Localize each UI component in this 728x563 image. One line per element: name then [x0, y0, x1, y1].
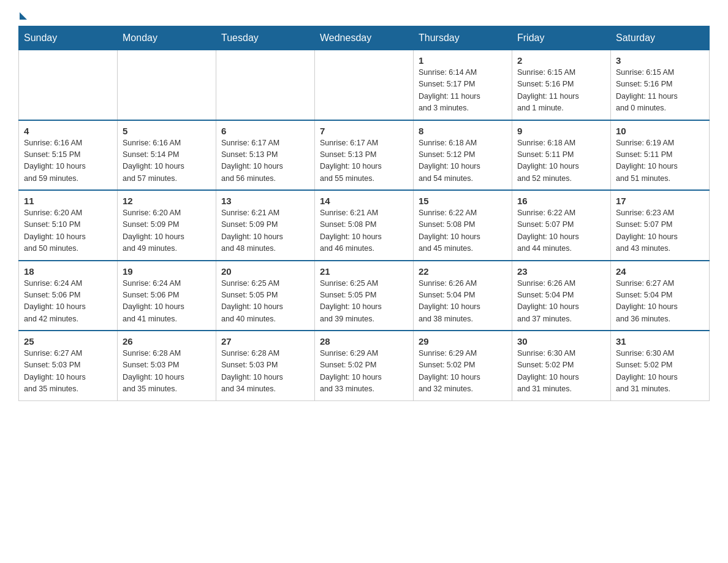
- day-number: 27: [221, 336, 309, 347]
- calendar-week-row: 11Sunrise: 6:20 AM Sunset: 5:10 PM Dayli…: [19, 190, 710, 261]
- cell-info: Sunrise: 6:17 AM Sunset: 5:13 PM Dayligh…: [221, 137, 309, 185]
- calendar-cell: 27Sunrise: 6:28 AM Sunset: 5:03 PM Dayli…: [216, 331, 315, 400]
- day-number: 20: [221, 266, 309, 277]
- calendar-cell: 15Sunrise: 6:22 AM Sunset: 5:08 PM Dayli…: [414, 190, 512, 261]
- col-header-friday: Friday: [512, 26, 611, 50]
- calendar-body: 1Sunrise: 6:14 AM Sunset: 5:17 PM Daylig…: [19, 50, 710, 401]
- day-number: 21: [320, 266, 408, 277]
- calendar-cell: 8Sunrise: 6:18 AM Sunset: 5:12 PM Daylig…: [414, 120, 512, 191]
- cell-info: Sunrise: 6:21 AM Sunset: 5:08 PM Dayligh…: [320, 207, 408, 255]
- calendar-cell: [315, 50, 414, 120]
- calendar-cell: 24Sunrise: 6:27 AM Sunset: 5:04 PM Dayli…: [611, 261, 710, 331]
- calendar-cell: 6Sunrise: 6:17 AM Sunset: 5:13 PM Daylig…: [216, 120, 315, 191]
- cell-info: Sunrise: 6:18 AM Sunset: 5:11 PM Dayligh…: [517, 137, 605, 185]
- cell-info: Sunrise: 6:20 AM Sunset: 5:09 PM Dayligh…: [123, 207, 211, 255]
- calendar-cell: 25Sunrise: 6:27 AM Sunset: 5:03 PM Dayli…: [19, 331, 118, 400]
- calendar-cell: 11Sunrise: 6:20 AM Sunset: 5:10 PM Dayli…: [19, 190, 118, 261]
- day-number: 30: [517, 336, 605, 347]
- cell-info: Sunrise: 6:22 AM Sunset: 5:08 PM Dayligh…: [419, 207, 507, 255]
- calendar-cell: 28Sunrise: 6:29 AM Sunset: 5:02 PM Dayli…: [315, 331, 414, 400]
- day-number: 17: [616, 196, 704, 206]
- col-header-monday: Monday: [118, 26, 216, 50]
- cell-info: Sunrise: 6:26 AM Sunset: 5:04 PM Dayligh…: [419, 278, 507, 326]
- cell-info: Sunrise: 6:22 AM Sunset: 5:07 PM Dayligh…: [517, 207, 605, 255]
- day-number: 11: [24, 196, 112, 206]
- calendar-cell: 20Sunrise: 6:25 AM Sunset: 5:05 PM Dayli…: [216, 261, 315, 331]
- day-number: 4: [24, 126, 112, 136]
- calendar-cell: 2Sunrise: 6:15 AM Sunset: 5:16 PM Daylig…: [512, 50, 611, 120]
- calendar-cell: [216, 50, 315, 120]
- calendar-cell: 18Sunrise: 6:24 AM Sunset: 5:06 PM Dayli…: [19, 261, 118, 331]
- day-number: 12: [123, 196, 211, 206]
- day-number: 26: [123, 336, 211, 347]
- col-header-wednesday: Wednesday: [315, 26, 414, 50]
- cell-info: Sunrise: 6:17 AM Sunset: 5:13 PM Dayligh…: [320, 137, 408, 185]
- calendar-cell: 3Sunrise: 6:15 AM Sunset: 5:16 PM Daylig…: [611, 50, 710, 120]
- calendar-cell: 13Sunrise: 6:21 AM Sunset: 5:09 PM Dayli…: [216, 190, 315, 261]
- cell-info: Sunrise: 6:15 AM Sunset: 5:16 PM Dayligh…: [517, 67, 605, 115]
- cell-info: Sunrise: 6:16 AM Sunset: 5:14 PM Dayligh…: [123, 137, 211, 185]
- day-number: 13: [221, 196, 309, 206]
- calendar-cell: 1Sunrise: 6:14 AM Sunset: 5:17 PM Daylig…: [414, 50, 512, 120]
- cell-info: Sunrise: 6:29 AM Sunset: 5:02 PM Dayligh…: [419, 348, 507, 396]
- logo-arrow-icon: [20, 12, 27, 20]
- day-number: 5: [123, 126, 211, 136]
- calendar-cell: 17Sunrise: 6:23 AM Sunset: 5:07 PM Dayli…: [611, 190, 710, 261]
- calendar-cell: 31Sunrise: 6:30 AM Sunset: 5:02 PM Dayli…: [611, 331, 710, 400]
- calendar-cell: 7Sunrise: 6:17 AM Sunset: 5:13 PM Daylig…: [315, 120, 414, 191]
- calendar-cell: 10Sunrise: 6:19 AM Sunset: 5:11 PM Dayli…: [611, 120, 710, 191]
- page-header: [18, 12, 710, 20]
- calendar-cell: [19, 50, 118, 120]
- calendar-cell: 16Sunrise: 6:22 AM Sunset: 5:07 PM Dayli…: [512, 190, 611, 261]
- logo: [18, 12, 28, 20]
- cell-info: Sunrise: 6:15 AM Sunset: 5:16 PM Dayligh…: [616, 67, 704, 115]
- cell-info: Sunrise: 6:26 AM Sunset: 5:04 PM Dayligh…: [517, 278, 605, 326]
- day-number: 8: [419, 126, 507, 136]
- cell-info: Sunrise: 6:20 AM Sunset: 5:10 PM Dayligh…: [24, 207, 112, 255]
- cell-info: Sunrise: 6:14 AM Sunset: 5:17 PM Dayligh…: [419, 67, 507, 115]
- col-header-saturday: Saturday: [611, 26, 710, 50]
- cell-info: Sunrise: 6:30 AM Sunset: 5:02 PM Dayligh…: [517, 348, 605, 396]
- day-number: 14: [320, 196, 408, 206]
- col-header-tuesday: Tuesday: [216, 26, 315, 50]
- cell-info: Sunrise: 6:25 AM Sunset: 5:05 PM Dayligh…: [221, 278, 309, 326]
- calendar-cell: 26Sunrise: 6:28 AM Sunset: 5:03 PM Dayli…: [118, 331, 216, 400]
- calendar-cell: 23Sunrise: 6:26 AM Sunset: 5:04 PM Dayli…: [512, 261, 611, 331]
- cell-info: Sunrise: 6:27 AM Sunset: 5:03 PM Dayligh…: [24, 348, 112, 396]
- day-number: 6: [221, 126, 309, 136]
- col-header-sunday: Sunday: [19, 26, 118, 50]
- calendar-cell: 4Sunrise: 6:16 AM Sunset: 5:15 PM Daylig…: [19, 120, 118, 191]
- calendar-cell: 9Sunrise: 6:18 AM Sunset: 5:11 PM Daylig…: [512, 120, 611, 191]
- calendar-cell: 19Sunrise: 6:24 AM Sunset: 5:06 PM Dayli…: [118, 261, 216, 331]
- col-header-thursday: Thursday: [414, 26, 512, 50]
- calendar-week-row: 4Sunrise: 6:16 AM Sunset: 5:15 PM Daylig…: [19, 120, 710, 191]
- calendar-week-row: 25Sunrise: 6:27 AM Sunset: 5:03 PM Dayli…: [19, 331, 710, 400]
- calendar-cell: [118, 50, 216, 120]
- day-number: 29: [419, 336, 507, 347]
- cell-info: Sunrise: 6:24 AM Sunset: 5:06 PM Dayligh…: [123, 278, 211, 326]
- calendar-week-row: 1Sunrise: 6:14 AM Sunset: 5:17 PM Daylig…: [19, 50, 710, 120]
- cell-info: Sunrise: 6:18 AM Sunset: 5:12 PM Dayligh…: [419, 137, 507, 185]
- calendar-cell: 21Sunrise: 6:25 AM Sunset: 5:05 PM Dayli…: [315, 261, 414, 331]
- cell-info: Sunrise: 6:28 AM Sunset: 5:03 PM Dayligh…: [123, 348, 211, 396]
- calendar-cell: 14Sunrise: 6:21 AM Sunset: 5:08 PM Dayli…: [315, 190, 414, 261]
- day-number: 25: [24, 336, 112, 347]
- cell-info: Sunrise: 6:23 AM Sunset: 5:07 PM Dayligh…: [616, 207, 704, 255]
- cell-info: Sunrise: 6:16 AM Sunset: 5:15 PM Dayligh…: [24, 137, 112, 185]
- calendar-week-row: 18Sunrise: 6:24 AM Sunset: 5:06 PM Dayli…: [19, 261, 710, 331]
- logo-general-part: [18, 12, 28, 20]
- calendar-cell: 22Sunrise: 6:26 AM Sunset: 5:04 PM Dayli…: [414, 261, 512, 331]
- day-number: 3: [616, 55, 704, 66]
- day-number: 31: [616, 336, 704, 347]
- day-number: 9: [517, 126, 605, 136]
- cell-info: Sunrise: 6:30 AM Sunset: 5:02 PM Dayligh…: [616, 348, 704, 396]
- cell-info: Sunrise: 6:21 AM Sunset: 5:09 PM Dayligh…: [221, 207, 309, 255]
- cell-info: Sunrise: 6:24 AM Sunset: 5:06 PM Dayligh…: [24, 278, 112, 326]
- day-number: 10: [616, 126, 704, 136]
- day-number: 16: [517, 196, 605, 206]
- day-number: 24: [616, 266, 704, 277]
- day-number: 1: [419, 55, 507, 66]
- calendar-table: Sunday Monday Tuesday Wednesday Thursday…: [18, 26, 710, 401]
- cell-info: Sunrise: 6:19 AM Sunset: 5:11 PM Dayligh…: [616, 137, 704, 185]
- cell-info: Sunrise: 6:27 AM Sunset: 5:04 PM Dayligh…: [616, 278, 704, 326]
